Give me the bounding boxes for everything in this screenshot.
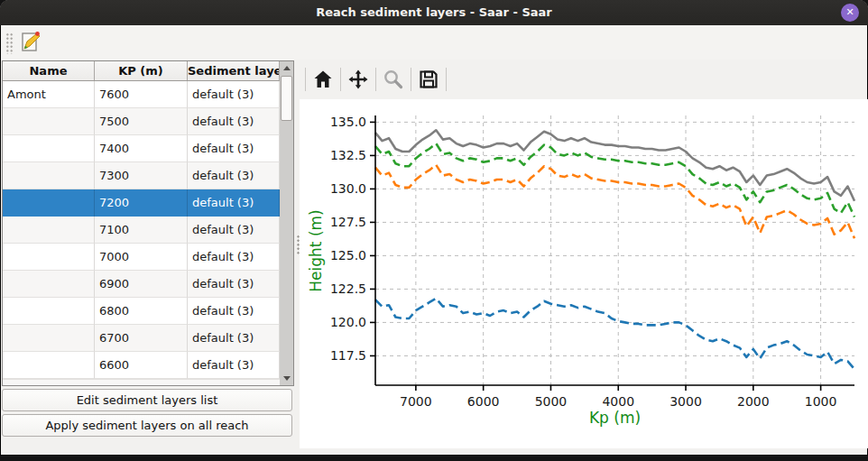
window-title: Reach sediment layers - Saar - Saar xyxy=(0,0,868,25)
cell-name[interactable] xyxy=(3,325,95,352)
toolbar-separator xyxy=(305,68,306,91)
svg-text:7000: 7000 xyxy=(400,394,432,409)
scrollbar-thumb[interactable] xyxy=(281,76,292,121)
cell-name[interactable] xyxy=(3,108,95,135)
close-button[interactable]: ✕ xyxy=(841,4,859,22)
table-row[interactable]: 7400default (3) xyxy=(3,135,280,162)
table-row[interactable]: 6600default (3) xyxy=(3,352,280,379)
table-row[interactable]: 7300default (3) xyxy=(3,162,280,189)
cell-kp[interactable]: 6800 xyxy=(95,298,188,325)
dialog-window: Reach sediment layers - Saar - Saar ✕ Na… xyxy=(0,0,868,456)
edit-sediment-layers-button[interactable]: Edit sediment layers list xyxy=(2,389,292,411)
zoom-icon[interactable] xyxy=(378,65,409,94)
column-header[interactable]: KP (m) xyxy=(95,61,188,80)
cell-name[interactable] xyxy=(3,298,95,325)
scroll-up-icon[interactable] xyxy=(280,61,293,75)
title-bar[interactable]: Reach sediment layers - Saar - Saar ✕ xyxy=(0,0,868,25)
table-scrollbar[interactable] xyxy=(280,61,293,385)
cell-layers[interactable]: default (3) xyxy=(188,325,280,352)
svg-text:127.5: 127.5 xyxy=(330,215,366,229)
cell-name[interactable] xyxy=(3,352,95,379)
sediment-chart: 135.0132.5130.0127.5125.0122.5120.0117.5… xyxy=(300,99,868,448)
cell-kp[interactable]: 7200 xyxy=(95,189,188,217)
cell-layers[interactable]: default (3) xyxy=(188,271,280,298)
edit-document-icon xyxy=(18,30,42,53)
cell-layers[interactable]: default (3) xyxy=(188,352,280,379)
cell-layers[interactable]: default (3) xyxy=(188,162,280,189)
cell-name[interactable] xyxy=(3,244,95,271)
column-header[interactable]: Sediment layers xyxy=(188,61,280,80)
toolbar-separator xyxy=(340,68,341,91)
table-row-partial xyxy=(3,379,280,386)
svg-text:130.0: 130.0 xyxy=(330,181,366,196)
home-glyph xyxy=(312,69,334,90)
scroll-down-icon[interactable] xyxy=(280,372,293,385)
svg-text:5000: 5000 xyxy=(535,394,568,409)
cell-name[interactable] xyxy=(3,162,95,189)
cell-kp[interactable]: 7400 xyxy=(95,135,188,162)
svg-text:Height (m): Height (m) xyxy=(307,209,325,291)
svg-text:Kp (m): Kp (m) xyxy=(589,409,641,427)
table-row[interactable]: Amont7600default (3) xyxy=(3,81,280,108)
cell-layers[interactable]: default (3) xyxy=(188,217,280,244)
table-row[interactable]: 6900default (3) xyxy=(3,271,280,298)
svg-text:122.5: 122.5 xyxy=(330,281,366,296)
edit-sediment-document-icon[interactable] xyxy=(15,28,44,57)
table-row[interactable]: 6700default (3) xyxy=(3,325,280,352)
table-row[interactable]: 6800default (3) xyxy=(3,298,280,325)
table-row[interactable]: 7100default (3) xyxy=(3,217,280,244)
svg-text:132.5: 132.5 xyxy=(330,148,366,162)
svg-text:4000: 4000 xyxy=(602,394,634,409)
cell-layers[interactable]: default (3) xyxy=(188,244,280,271)
table-body: Amont7600default (3)7500default (3)7400d… xyxy=(3,81,280,386)
svg-text:3000: 3000 xyxy=(669,394,702,409)
cell-kp[interactable]: 7600 xyxy=(95,81,188,108)
table-header[interactable]: NameKP (m)Sediment layers xyxy=(3,61,293,81)
svg-text:6000: 6000 xyxy=(467,394,500,409)
plot-canvas[interactable]: 135.0132.5130.0127.5125.0122.5120.0117.5… xyxy=(300,99,868,448)
svg-text:135.0: 135.0 xyxy=(330,115,366,129)
cell-layers[interactable]: default (3) xyxy=(188,108,280,135)
toolbar-separator xyxy=(446,68,447,91)
cell-layers[interactable]: default (3) xyxy=(188,189,280,217)
cell-kp[interactable]: 7500 xyxy=(95,108,188,135)
cell-kp[interactable]: 7000 xyxy=(95,244,188,271)
pan-glyph xyxy=(347,69,369,90)
table-row[interactable]: 7500default (3) xyxy=(3,108,280,135)
cell-kp[interactable]: 6700 xyxy=(95,325,188,352)
magnifier-glyph xyxy=(383,69,404,90)
toolbar-separator xyxy=(375,68,376,91)
cell-name[interactable] xyxy=(3,189,95,217)
svg-text:2000: 2000 xyxy=(737,394,770,409)
apply-sediment-layers-button[interactable]: Apply sediment layers on all reach xyxy=(2,414,292,437)
main-toolbar xyxy=(1,25,867,60)
plot-toolbar xyxy=(303,65,448,94)
cell-kp[interactable]: 6600 xyxy=(95,352,188,379)
cell-kp[interactable]: 7100 xyxy=(95,217,188,244)
table-row[interactable]: 7200default (3) xyxy=(3,189,280,217)
cell-kp[interactable]: 7300 xyxy=(95,162,188,189)
cell-layers[interactable]: default (3) xyxy=(188,298,280,325)
toolbar-separator xyxy=(411,68,411,91)
svg-text:117.5: 117.5 xyxy=(330,348,366,363)
svg-text:125.0: 125.0 xyxy=(330,248,366,263)
column-header[interactable]: Name xyxy=(3,61,95,80)
svg-text:1000: 1000 xyxy=(805,394,837,409)
close-icon: ✕ xyxy=(845,6,854,18)
home-icon[interactable] xyxy=(308,65,338,94)
cell-name[interactable] xyxy=(3,135,95,162)
cell-name[interactable] xyxy=(3,217,95,244)
save-icon[interactable] xyxy=(413,65,444,94)
cell-name[interactable] xyxy=(3,271,95,298)
floppy-glyph xyxy=(418,69,439,90)
cell-name[interactable]: Amont xyxy=(3,81,95,108)
table-row[interactable]: 7000default (3) xyxy=(3,244,280,271)
pan-icon[interactable] xyxy=(343,65,374,94)
cell-kp[interactable]: 6900 xyxy=(95,271,188,298)
cell-layers[interactable]: default (3) xyxy=(188,135,280,162)
svg-text:120.0: 120.0 xyxy=(330,315,366,329)
toolbar-drag-handle[interactable] xyxy=(5,32,14,54)
cell-layers[interactable]: default (3) xyxy=(188,81,280,108)
sediment-table: NameKP (m)Sediment layers Amont7600defau… xyxy=(2,60,294,386)
